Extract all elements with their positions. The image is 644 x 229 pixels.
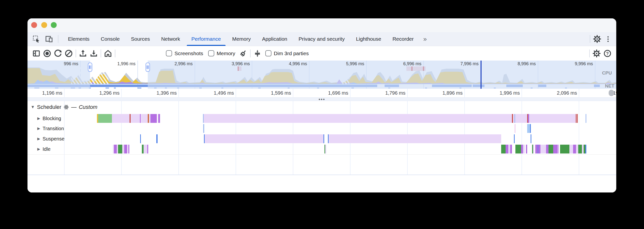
track-row-blocking[interactable]: ▶Blocking [28, 114, 616, 123]
load-profile-icon[interactable] [78, 48, 88, 59]
tab-performance[interactable]: Performance [186, 32, 226, 46]
track-event-bar[interactable] [203, 124, 204, 133]
track-event-bar[interactable] [530, 134, 531, 143]
tab-privacy-and-security[interactable]: Privacy and security [293, 32, 350, 46]
playhead-line[interactable] [480, 61, 482, 89]
track-row-label[interactable]: ▶Suspense [37, 134, 64, 143]
minimize-window-button[interactable] [41, 22, 47, 28]
track-event-bar[interactable] [324, 134, 324, 143]
garbage-collect-broom-icon[interactable] [238, 48, 248, 59]
track-event-bar[interactable] [530, 124, 531, 133]
track-event-bar[interactable] [144, 145, 147, 154]
track-event-bar[interactable] [204, 114, 578, 123]
tab-lighthouse[interactable]: Lighthouse [350, 32, 387, 46]
track-event-bar[interactable] [584, 145, 585, 154]
track-event-bar[interactable] [514, 134, 515, 143]
tab-recorder[interactable]: Recorder [387, 32, 419, 46]
track-event-bar[interactable] [325, 145, 326, 154]
expand-triangle-icon[interactable]: ▶ [37, 137, 40, 141]
tab-sources[interactable]: Sources [126, 32, 156, 46]
track-row-label[interactable]: ▶Transition [37, 124, 64, 133]
live-metrics-home-icon[interactable] [102, 48, 114, 59]
track-event-bar[interactable] [147, 145, 148, 154]
collapse-tracks-icon[interactable] [252, 48, 263, 59]
track-event-bar[interactable] [570, 145, 573, 154]
track-event-bar[interactable] [578, 145, 582, 154]
track-event-bar[interactable] [157, 114, 158, 123]
settings-gear-icon[interactable] [592, 34, 602, 44]
track-event-bar[interactable] [527, 124, 530, 133]
track-event-bar[interactable] [150, 114, 157, 123]
track-event-bar[interactable] [140, 134, 141, 143]
dim-3rd-parties-checkbox-box[interactable] [265, 50, 272, 56]
memory-checkbox-box[interactable] [208, 50, 214, 56]
close-window-button[interactable] [31, 22, 37, 28]
track-event-bar[interactable] [535, 145, 538, 154]
tab-elements[interactable]: Elements [62, 32, 95, 46]
expand-triangle-icon[interactable]: ▶ [37, 147, 40, 151]
help-icon[interactable]: ? [602, 48, 613, 59]
track-event-bar[interactable] [586, 114, 586, 123]
track-event-bar[interactable] [521, 145, 523, 154]
track-row-idle[interactable]: ▶Idle [28, 144, 616, 154]
track-row-transition[interactable]: ▶Transition [28, 124, 616, 133]
track-row-label[interactable]: ▶Blocking [37, 114, 61, 123]
track-event-bar[interactable] [118, 145, 122, 154]
tab-network[interactable]: Network [156, 32, 186, 46]
track-event-bar[interactable] [128, 145, 129, 154]
track-row-suspense[interactable]: ▶Suspense [28, 134, 616, 143]
timeline-overview[interactable]: 996 ms1,996 ms2,996 ms3,996 ms4,996 ms5,… [28, 61, 616, 89]
track-event-bar[interactable] [577, 114, 578, 123]
track-event-bar[interactable] [585, 145, 586, 154]
track-event-bar[interactable] [548, 145, 553, 154]
track-event-bar[interactable] [128, 145, 128, 154]
save-profile-icon[interactable] [88, 48, 99, 59]
track-event-bar[interactable] [130, 114, 130, 123]
clear-icon[interactable] [63, 48, 74, 59]
track-event-bar[interactable] [510, 145, 512, 154]
track-event-bar[interactable] [538, 145, 540, 154]
track-event-bar[interactable] [124, 145, 127, 154]
screenshots-checkbox[interactable]: Screenshots [166, 50, 203, 56]
screenshots-checkbox-box[interactable] [166, 50, 172, 56]
expand-triangle-icon[interactable]: ▶ [37, 116, 40, 121]
toggle-device-toolbar-icon[interactable] [44, 34, 54, 44]
scrollbar-thumb[interactable] [609, 90, 614, 96]
toggle-sidebar-icon[interactable] [31, 48, 42, 59]
track-event-bar[interactable] [156, 134, 158, 143]
record-icon[interactable] [42, 48, 52, 59]
track-event-bar[interactable] [526, 145, 527, 154]
track-event-bar[interactable] [98, 114, 112, 123]
collapsed-tracks-strip[interactable]: ••• [28, 97, 616, 101]
track-event-bar[interactable] [576, 114, 576, 123]
inspect-element-icon[interactable] [31, 34, 42, 44]
track-event-bar[interactable] [515, 124, 516, 133]
track-event-bar[interactable] [523, 145, 525, 154]
record-and-reload-icon[interactable] [52, 48, 63, 59]
dim-3rd-parties-checkbox[interactable]: Dim 3rd parties [265, 50, 309, 56]
track-event-bar[interactable] [148, 114, 149, 123]
track-event-bar[interactable] [329, 134, 501, 143]
track-event-bar[interactable] [560, 145, 570, 154]
track-event-bar[interactable] [113, 145, 114, 154]
track-event-bar[interactable] [546, 145, 548, 154]
more-tabs-icon[interactable]: » [420, 35, 431, 43]
track-event-bar[interactable] [122, 145, 124, 154]
track-event-bar[interactable] [553, 145, 558, 154]
track-event-bar[interactable] [582, 145, 584, 154]
tab-memory[interactable]: Memory [226, 32, 256, 46]
track-event-bar[interactable] [205, 134, 324, 143]
memory-checkbox[interactable]: Memory [208, 50, 235, 56]
track-event-bar[interactable] [506, 145, 508, 154]
selection-handle-left[interactable] [88, 62, 92, 72]
capture-settings-gear-icon[interactable] [591, 48, 602, 59]
track-event-bar[interactable] [508, 145, 510, 154]
tab-console[interactable]: Console [95, 32, 126, 46]
track-event-bar[interactable] [158, 114, 160, 123]
track-event-bar[interactable] [528, 114, 529, 123]
track-event-bar[interactable] [142, 145, 144, 154]
tab-application[interactable]: Application [256, 32, 293, 46]
selection-handle-right[interactable] [146, 62, 150, 72]
track-event-bar[interactable] [533, 145, 534, 154]
track-event-bar[interactable] [512, 114, 513, 123]
